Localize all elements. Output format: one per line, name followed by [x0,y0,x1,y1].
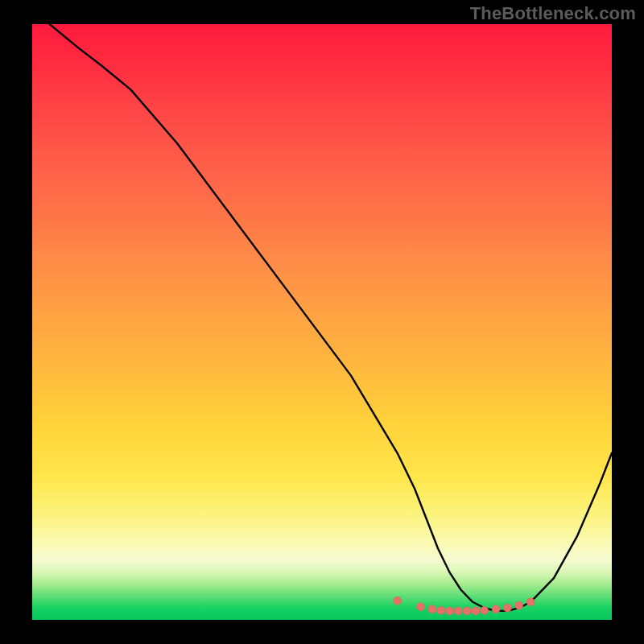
plot-area [32,24,612,620]
highlight-dot [454,607,462,615]
highlight-dots-group [394,597,535,615]
highlight-dot [428,605,436,613]
highlight-dot [463,607,471,615]
chart-frame: TheBottleneck.com [0,0,644,644]
highlight-dot [445,607,453,615]
curve-svg [32,24,612,620]
highlight-dot [492,605,500,613]
highlight-dot [503,604,511,612]
highlight-dot [416,603,424,611]
highlight-dot [437,606,445,614]
watermark-text: TheBottleneck.com [470,3,636,24]
highlight-dot [526,598,535,606]
highlight-dot [481,606,489,614]
highlight-dot [394,597,402,605]
highlight-dot [472,607,480,615]
highlight-dot [515,601,523,609]
bottleneck-curve [50,24,612,611]
